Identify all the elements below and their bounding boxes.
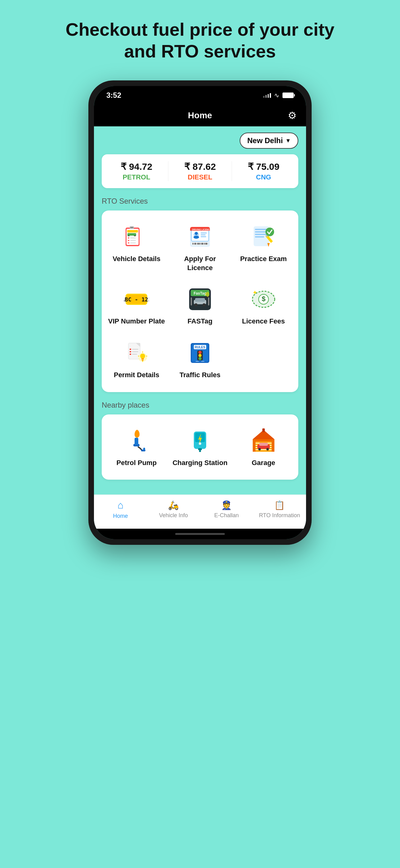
city-selector-row: New Delhi ▼	[102, 132, 298, 149]
service-vip-number[interactable]: ABC - 123 VIP Number Plate	[105, 280, 168, 331]
svg-text:FasTag: FasTag	[194, 291, 206, 296]
svg-rect-5	[128, 233, 136, 236]
svg-rect-90	[196, 361, 199, 362]
svg-rect-36	[205, 243, 205, 245]
tab-rto-info[interactable]: 📋 RTO Information	[253, 500, 306, 519]
svg-point-102	[199, 442, 201, 445]
svg-point-75	[140, 353, 145, 359]
svg-rect-71	[132, 351, 138, 352]
service-licence-fees[interactable]: $ Licence Fees	[232, 280, 295, 331]
svg-point-56	[194, 303, 198, 306]
traffic-rules-icon: RULES	[186, 339, 214, 367]
petrol-item: ₹ 94.72 PETROL	[105, 161, 168, 181]
svg-rect-8	[128, 240, 129, 241]
svg-rect-26	[193, 243, 193, 245]
phone-frame: 3:52 ∿ Home ⚙ New Delhi	[88, 81, 312, 545]
svg-point-57	[202, 303, 206, 306]
svg-rect-68	[130, 349, 131, 350]
petrol-label: PETROL	[123, 173, 150, 181]
svg-point-113	[258, 448, 261, 451]
cng-item: ₹ 75.09 CNG	[232, 161, 295, 181]
fastag-icon: FasTag	[186, 285, 214, 313]
service-vehicle-details[interactable]: Vehicle Details	[105, 218, 168, 277]
service-permit-details[interactable]: Permit Details	[105, 334, 168, 385]
svg-rect-55	[195, 298, 205, 302]
service-apply-licence[interactable]: DRIVING LICENCE	[168, 218, 232, 277]
svg-rect-70	[130, 351, 131, 352]
tab-vehicle-info[interactable]: 🛵 Vehicle Info	[147, 500, 200, 519]
nav-bar: Home ⚙	[94, 104, 306, 126]
service-traffic-rules-label: Traffic Rules	[179, 371, 221, 380]
services-grid: Vehicle Details	[105, 218, 295, 384]
nearby-charging-station-label: Charging Station	[172, 459, 227, 468]
signal-icon	[263, 93, 271, 98]
petrol-price: ₹ 94.72	[105, 161, 168, 172]
service-practice-exam[interactable]: Practice Exam	[232, 218, 295, 277]
fuel-card: ₹ 94.72 PETROL ₹ 87.62 DIESEL ₹ 75.09 CN…	[102, 154, 298, 188]
svg-rect-28	[195, 243, 196, 245]
svg-rect-19	[201, 232, 207, 234]
echallan-tab-icon: 👮	[221, 500, 232, 510]
phone-inner: 3:52 ∿ Home ⚙ New Delhi	[94, 86, 306, 539]
status-time: 3:52	[106, 91, 121, 100]
svg-rect-35	[204, 243, 204, 245]
nearby-charging-station[interactable]: Charging Station	[168, 422, 232, 472]
diesel-item: ₹ 87.62 DIESEL	[168, 161, 232, 181]
svg-rect-20	[201, 235, 206, 235]
svg-rect-6	[128, 238, 129, 239]
nearby-section-heading: Nearby places	[102, 401, 298, 409]
svg-point-47	[265, 227, 274, 236]
diesel-label: DIESEL	[188, 173, 212, 181]
home-tab-icon: ⌂	[118, 499, 124, 511]
vehicle-details-icon	[123, 223, 151, 251]
service-vehicle-details-label: Vehicle Details	[112, 254, 160, 264]
petrol-pump-icon	[123, 427, 151, 455]
licence-fees-icon: $	[249, 285, 277, 313]
svg-point-17	[195, 232, 198, 235]
tab-home-label: Home	[113, 513, 128, 519]
practice-exam-icon	[249, 223, 277, 251]
home-indicator	[94, 529, 306, 539]
service-fastag-label: FASTag	[188, 317, 212, 326]
vip-number-icon: ABC - 123	[123, 285, 151, 313]
svg-rect-77	[142, 360, 143, 361]
charging-station-icon	[186, 427, 214, 455]
svg-rect-32	[200, 243, 200, 245]
page-headline: Checkout fuel price of your city and RTO…	[61, 19, 339, 62]
svg-rect-21	[201, 236, 206, 237]
nav-title: Home	[188, 111, 212, 120]
nearby-garage[interactable]: Garage	[232, 422, 295, 472]
garage-icon	[249, 427, 277, 455]
svg-rect-9	[130, 240, 136, 241]
svg-rect-76	[141, 358, 144, 360]
tab-home[interactable]: ⌂ Home	[94, 499, 147, 519]
svg-rect-27	[194, 243, 194, 245]
tab-echallan[interactable]: 👮 E-Challan	[200, 500, 253, 519]
service-licence-fees-label: Licence Fees	[242, 317, 285, 326]
svg-rect-33	[201, 243, 202, 245]
svg-rect-11	[130, 243, 136, 243]
apply-licence-icon: DRIVING LICENCE	[186, 223, 214, 251]
svg-rect-91	[201, 361, 204, 362]
svg-rect-110	[256, 450, 272, 452]
tab-bar: ⌂ Home 🛵 Vehicle Info 👮 E-Challan 📋 RTO …	[94, 495, 306, 529]
settings-icon[interactable]: ⚙	[288, 110, 297, 121]
chevron-down-icon: ▼	[285, 137, 291, 144]
service-fastag[interactable]: FasTag	[168, 280, 232, 331]
nearby-petrol-pump[interactable]: Petrol Pump	[105, 422, 168, 472]
service-traffic-rules[interactable]: RULES Traffic Rules	[168, 334, 232, 385]
svg-rect-101	[200, 450, 201, 452]
tab-vehicle-info-label: Vehicle Info	[159, 512, 188, 519]
svg-rect-2	[127, 230, 138, 232]
svg-rect-29	[196, 243, 197, 245]
city-selector[interactable]: New Delhi ▼	[240, 132, 298, 149]
services-card: Vehicle Details	[102, 211, 298, 392]
svg-rect-106	[256, 441, 272, 443]
svg-rect-115	[262, 428, 265, 432]
service-apply-licence-label: Apply For Licence	[171, 254, 229, 272]
rto-section-heading: RTO Services	[102, 197, 298, 206]
nearby-grid: Petrol Pump	[105, 422, 295, 472]
svg-point-87	[198, 351, 202, 354]
svg-rect-7	[130, 238, 136, 239]
svg-text:$: $	[262, 295, 265, 303]
